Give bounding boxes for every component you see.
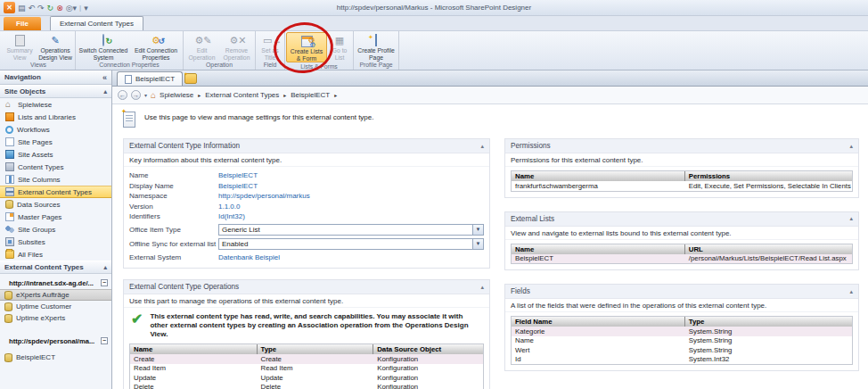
new-tab-icon[interactable] bbox=[184, 73, 197, 84]
section-description: Permissions for this external content ty… bbox=[505, 153, 858, 167]
sidebar-item-data-sources[interactable]: Data Sources bbox=[0, 198, 111, 211]
sidebar-item-master-pages[interactable]: Master Pages bbox=[0, 211, 111, 223]
operations-design-view-button[interactable]: ✎ Operations Design View bbox=[37, 32, 74, 61]
ect-item-experts-auftraege[interactable]: eXperts Aufträge bbox=[0, 289, 111, 301]
forward-icon[interactable]: → bbox=[131, 90, 141, 100]
go-to-list-button[interactable]: ▦ Go to List bbox=[327, 32, 352, 62]
ribbon-group-field: ▭→ Set as Title Field bbox=[256, 31, 285, 70]
master-pages-icon bbox=[5, 212, 14, 221]
ribbon-group-label: Profile Page bbox=[355, 61, 397, 70]
save-icon[interactable]: ▤ bbox=[18, 3, 26, 13]
breadcrumb-item-spielwiese[interactable]: Spielwiese bbox=[160, 91, 193, 99]
namespace-value[interactable]: http://spdev/personal/markus bbox=[218, 192, 310, 200]
sidebar-item-subsites[interactable]: Subsites bbox=[0, 236, 111, 248]
breadcrumb-item-beispielect[interactable]: BeispielECT bbox=[291, 91, 330, 99]
edit-connection-properties-button[interactable]: ⚙↺ Edit Connection Properties bbox=[130, 32, 182, 61]
table-row[interactable]: BeispielECT /personal/Markus/Lists/Beisp… bbox=[512, 254, 852, 264]
refresh-icon[interactable]: ↻ bbox=[47, 3, 54, 13]
table-row[interactable]: Kategorie System.String bbox=[512, 327, 852, 336]
site-columns-icon bbox=[5, 175, 14, 184]
offline-sync-select[interactable]: Enabled ▼ bbox=[218, 238, 484, 250]
section-description: View and navigate to external lists boun… bbox=[505, 227, 858, 240]
sidebar-item-lists-and-libraries[interactable]: Lists and Libraries bbox=[0, 111, 111, 123]
collapse-section-icon[interactable]: ▴ bbox=[849, 288, 853, 295]
section-description: A list of the fields that were defined i… bbox=[505, 299, 858, 312]
chevron-down-icon[interactable]: ▼ bbox=[472, 225, 483, 235]
navigation-pane: Navigation « Site Objects ▴ ⌂ Spielwiese… bbox=[0, 70, 112, 389]
file-tab[interactable]: File bbox=[4, 17, 41, 30]
external-system-link[interactable]: Datenbank Beispiel bbox=[218, 253, 280, 261]
ect-item-beispielect[interactable]: BeispielECT bbox=[0, 352, 111, 363]
ect-item-uptime-customer[interactable]: Uptime Customer bbox=[0, 301, 111, 312]
sidebar-item-site-groups[interactable]: Site Groups bbox=[0, 223, 111, 236]
collapse-section-icon[interactable]: ▴ bbox=[849, 215, 853, 222]
breadcrumb-item-external-content-types[interactable]: External Content Types bbox=[205, 91, 279, 99]
sidebar-item-external-content-types[interactable]: External Content Types bbox=[0, 186, 111, 198]
table-row[interactable]: frankfurt\schwambergerma Edit, Execute, … bbox=[512, 181, 852, 191]
external-content-types-icon bbox=[5, 187, 14, 196]
app-icon[interactable]: ✕ bbox=[4, 2, 15, 13]
edit-operation-icon: ⚙✎ bbox=[195, 33, 209, 47]
chevron-up-icon[interactable]: ▴ bbox=[103, 88, 107, 95]
sidebar-item-content-types[interactable]: Content Types bbox=[0, 161, 111, 173]
office-item-type-select[interactable]: Generic List ▼ bbox=[218, 224, 484, 236]
collapse-section-icon[interactable]: ▴ bbox=[480, 284, 484, 291]
identifiers-value: Id(Int32) bbox=[218, 212, 245, 220]
ect-site-group-spdev[interactable]: http://spdev/personal/ma... − bbox=[0, 335, 111, 347]
undo-icon[interactable]: ↶ bbox=[29, 3, 36, 13]
chevron-down-icon[interactable]: ▼ bbox=[472, 239, 483, 249]
collapse-group-icon[interactable]: − bbox=[101, 279, 108, 286]
section-header[interactable]: Fields ▴ bbox=[505, 285, 858, 299]
tab-external-content-types[interactable]: External Content Types bbox=[50, 16, 143, 30]
collapse-section-icon[interactable]: ▴ bbox=[849, 143, 853, 150]
table-row[interactable]: Read Item Read Item Konfiguration bbox=[130, 364, 483, 374]
preview-icon[interactable]: ◎▾ bbox=[66, 3, 77, 13]
back-icon[interactable]: ← bbox=[118, 90, 127, 100]
remove-operation-button[interactable]: ⚙✕ Remove Operation bbox=[219, 32, 254, 61]
breadcrumb-dropdown-icon[interactable]: ▾ bbox=[144, 92, 147, 98]
table-row[interactable]: Wert System.String bbox=[512, 345, 852, 355]
name-value[interactable]: BeispielECT bbox=[218, 171, 258, 179]
display-name-value[interactable]: BeispielECT bbox=[218, 182, 258, 190]
create-profile-page-button[interactable]: ✦ Create Profile Page bbox=[355, 32, 397, 61]
toolbar-separator: | bbox=[79, 4, 81, 12]
table-row[interactable]: Delete Delete Konfiguration bbox=[130, 383, 483, 389]
sidebar-item-site-columns[interactable]: Site Columns bbox=[0, 173, 111, 186]
chevron-up-icon[interactable]: ▴ bbox=[103, 264, 107, 271]
sidebar-item-site-pages[interactable]: Site Pages bbox=[0, 136, 111, 148]
table-row[interactable]: Create Create Konfiguration bbox=[130, 354, 483, 364]
ribbon-group-label: Operation bbox=[184, 61, 254, 70]
document-tab-beispielect[interactable]: BeispielECT bbox=[117, 71, 183, 86]
sidebar-item-site-assets[interactable]: Site Assets bbox=[0, 148, 111, 161]
ect-item-uptime-experts[interactable]: Uptime eXperts bbox=[0, 312, 111, 324]
redo-icon[interactable]: ↷ bbox=[37, 3, 45, 13]
create-lists-and-form-button[interactable]: ⚙⚙ Create Lists & Form bbox=[286, 32, 327, 62]
ect-site-group-intranet[interactable]: http://intranet.sdx-ag.de/... − bbox=[0, 277, 111, 289]
table-row[interactable]: Name System.String bbox=[512, 336, 852, 346]
capabilities-message: ✔ This external content type has read, w… bbox=[131, 312, 482, 339]
section-header[interactable]: External Content Type Information ▴ bbox=[124, 139, 489, 153]
section-header[interactable]: External Content Type Operations ▴ bbox=[124, 280, 489, 294]
sidebar-item-all-files[interactable]: All Files bbox=[0, 248, 111, 261]
navigation-pane-header[interactable]: Navigation « bbox=[0, 70, 111, 85]
sharepoint-designer-window: ✕ ▤ ↶ ↷ ↻ ⊗ ◎▾ | ▾ http://spdev/personal… bbox=[0, 0, 868, 389]
collapse-section-icon[interactable]: ▴ bbox=[480, 143, 484, 150]
sidebar-item-workflows[interactable]: Workflows bbox=[0, 123, 111, 136]
set-as-title-button[interactable]: ▭→ Set as Title bbox=[257, 32, 283, 61]
summary-view-button[interactable]: Summary View bbox=[3, 32, 37, 61]
customize-icon[interactable]: ▾ bbox=[84, 3, 88, 13]
sidebar-item-spielwiese[interactable]: ⌂ Spielwiese bbox=[0, 98, 111, 111]
edit-operation-button[interactable]: ⚙✎ Edit Operation bbox=[184, 32, 219, 61]
section-header[interactable]: Permissions ▴ bbox=[505, 139, 858, 153]
external-content-types-panel-header[interactable]: External Content Types ▴ bbox=[0, 261, 111, 274]
collapse-pane-icon[interactable]: « bbox=[102, 73, 107, 82]
home-icon: ⌂ bbox=[5, 100, 14, 109]
stop-icon[interactable]: ⊗ bbox=[56, 3, 63, 13]
table-row[interactable]: Update Update Konfiguration bbox=[130, 373, 483, 383]
table-row[interactable]: Id System.Int32 bbox=[512, 355, 852, 365]
section-header[interactable]: External Lists ▴ bbox=[505, 212, 858, 227]
collapse-group-icon[interactable]: − bbox=[101, 337, 108, 344]
ribbon-group-views: Summary View ✎ Operations Design View Vi… bbox=[2, 31, 76, 70]
switch-connected-system-button[interactable]: ↻ Switch Connected System bbox=[77, 32, 130, 61]
site-objects-header[interactable]: Site Objects ▴ bbox=[0, 85, 111, 98]
